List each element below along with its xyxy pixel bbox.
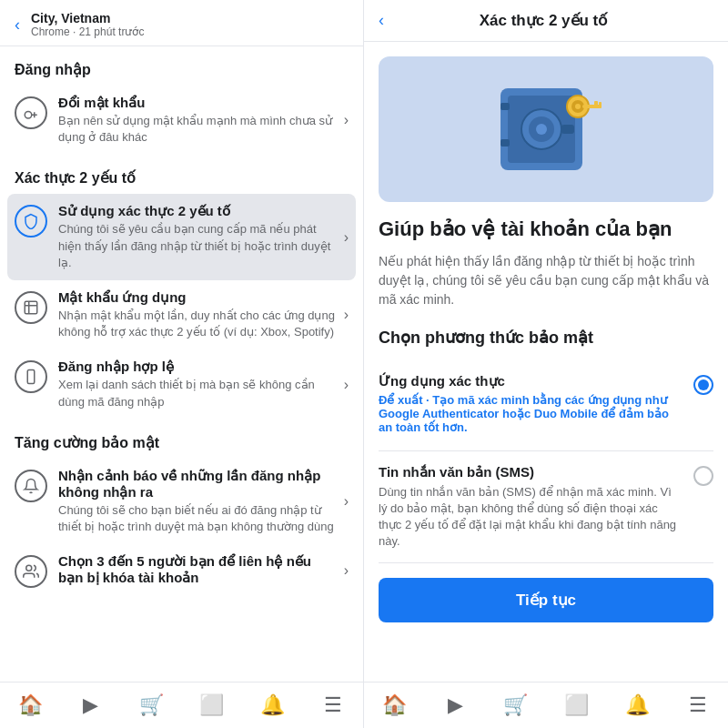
right-bottom-nav: 🏠 ▶ 🛒 ⬜ 🔔 ☰ [364, 682, 728, 728]
menu-item-alerts-desc: Chúng tôi sẽ cho bạn biết nếu ai đó đăng… [58, 502, 337, 535]
menu-item-app-password-title: Mật khẩu ứng dụng [58, 289, 337, 306]
menu-item-alerts[interactable]: Nhận cảnh báo về những lần đăng nhập khô… [0, 459, 363, 544]
nav-home[interactable]: 🏠 [0, 690, 61, 721]
left-header: ‹ City, Vietnam Chrome · 21 phút trước [0, 0, 363, 46]
menu-item-trusted-contacts[interactable]: Chọn 3 đến 5 người bạn để liên hệ nếu bạ… [0, 544, 363, 597]
safe-illustration-container [379, 56, 713, 202]
svg-rect-17 [599, 102, 602, 108]
chevron-right-trusted-icon: › [344, 562, 349, 579]
chevron-right-icon: › [344, 112, 349, 128]
svg-rect-11 [500, 139, 510, 147]
right-shop-icon: 🛒 [503, 693, 528, 717]
home-icon: 🏠 [18, 693, 43, 717]
right-nav-bell[interactable]: 🔔 [607, 690, 668, 721]
right-groups-icon: ⬜ [564, 693, 589, 717]
menu-item-app-password[interactable]: Mật khẩu ứng dụng Nhận mật khẩu một lần,… [0, 280, 363, 349]
option-sms-content: Tin nhắn văn bản (SMS) Dùng tin nhắn văn… [379, 464, 682, 551]
right-nav-play[interactable]: ▶ [425, 690, 486, 721]
right-back-button[interactable]: ‹ [379, 11, 384, 30]
svg-point-8 [536, 124, 547, 135]
header-location: City, Vietnam [31, 11, 144, 25]
authenticator-radio[interactable] [693, 375, 713, 395]
right-nav-shop[interactable]: 🛒 [485, 690, 546, 721]
menu-item-valid-login-desc: Xem lại danh sách thiết bị mà bạn sẽ khô… [58, 377, 337, 410]
menu-item-valid-login-title: Đăng nhập hợp lệ [58, 359, 337, 375]
menu-item-2fa[interactable]: Sử dụng xác thực 2 yếu tố Chúng tôi sẽ y… [7, 194, 356, 280]
menu-item-password[interactable]: Đổi mật khẩu Bạn nên sử dụng mật khẩu mạ… [0, 86, 363, 155]
left-back-button[interactable]: ‹ [15, 15, 20, 35]
section-2fa-title: Xác thực 2 yếu tố [0, 155, 363, 194]
left-content: Đăng nhập Đổi mật khẩu Bạn nên sử dụng m… [0, 46, 363, 682]
right-menu-icon: ☰ [689, 693, 707, 717]
svg-rect-10 [500, 103, 510, 110]
right-header: ‹ Xác thực 2 yếu tố [364, 0, 728, 42]
friends-icon [15, 555, 47, 588]
main-title: Giúp bảo vệ tài khoản của bạn [379, 217, 713, 243]
left-bottom-nav: 🏠 ▶ 🛒 ⬜ 🔔 ☰ [0, 682, 363, 728]
menu-item-valid-login[interactable]: Đăng nhập hợp lệ Xem lại danh sách thiết… [0, 349, 363, 419]
nav-shop[interactable]: 🛒 [121, 690, 182, 721]
shop-icon: 🛒 [139, 693, 164, 717]
menu-item-valid-login-content: Đăng nhập hợp lệ Xem lại danh sách thiết… [58, 359, 337, 410]
main-desc: Nếu phát hiện thấy lần đăng nhập từ thiế… [379, 252, 713, 309]
groups-icon: ⬜ [199, 693, 224, 717]
menu-item-password-content: Đổi mật khẩu Bạn nên sử dụng mật khẩu mạ… [58, 95, 337, 146]
menu-item-password-desc: Bạn nên sử dụng mật khẩu mạnh mà mình ch… [58, 113, 337, 146]
option-sms-title: Tin nhắn văn bản (SMS) [379, 464, 682, 480]
right-panel: ‹ Xác thực 2 yếu tố [364, 0, 728, 728]
option-authenticator-title: Ứng dụng xác thực [379, 373, 682, 389]
nav-play[interactable]: ▶ [61, 690, 122, 721]
svg-rect-1 [25, 301, 37, 314]
svg-point-0 [25, 112, 32, 119]
option-sms[interactable]: Tin nhắn văn bản (SMS) Dùng tin nhắn văn… [379, 451, 713, 564]
box-icon [15, 291, 47, 324]
menu-item-alerts-title: Nhận cảnh báo về những lần đăng nhập khô… [58, 468, 337, 500]
right-bell-icon: 🔔 [625, 693, 650, 717]
menu-item-trusted-contacts-title: Chọn 3 đến 5 người bạn để liên hệ nếu bạ… [58, 553, 337, 586]
header-info: City, Vietnam Chrome · 21 phút trước [31, 11, 144, 38]
menu-item-password-title: Đổi mật khẩu [58, 95, 337, 111]
menu-icon: ☰ [324, 693, 342, 717]
option-authenticator-content: Ứng dụng xác thực Để xuất · Tạo mã xác m… [379, 373, 682, 438]
nav-groups[interactable]: ⬜ [182, 690, 243, 721]
phone-icon [15, 360, 47, 393]
right-nav-menu[interactable]: ☰ [667, 690, 728, 721]
nav-menu[interactable]: ☰ [303, 690, 364, 721]
section-login-title: Đăng nhập [0, 46, 363, 86]
menu-item-trusted-contacts-content: Chọn 3 đến 5 người bạn để liên hệ nếu bạ… [58, 553, 337, 588]
left-panel: ‹ City, Vietnam Chrome · 21 phút trước Đ… [0, 0, 364, 728]
nav-bell[interactable]: 🔔 [242, 690, 303, 721]
right-content: Giúp bảo vệ tài khoản của bạn Nếu phát h… [364, 42, 728, 682]
section-security-title: Tăng cường bảo mật [0, 420, 363, 459]
bell-icon [15, 470, 47, 502]
chevron-right-2fa-icon: › [344, 229, 349, 246]
option-sms-desc: Dùng tin nhắn văn bản (SMS) để nhận mã x… [379, 484, 682, 551]
menu-item-app-password-content: Mật khẩu ứng dụng Nhận mật khẩu một lần,… [58, 289, 337, 340]
security-method-heading: Chọn phương thức bảo mật [379, 328, 713, 348]
svg-point-14 [575, 104, 581, 109]
menu-item-2fa-desc: Chúng tôi sẽ yêu cầu bạn cung cấp mã nếu… [58, 221, 337, 271]
shield-icon [15, 205, 47, 238]
menu-item-2fa-title: Sử dụng xác thực 2 yếu tố [58, 203, 337, 219]
option-authenticator[interactable]: Ứng dụng xác thực Để xuất · Tạo mã xác m… [379, 360, 713, 451]
safe-svg [473, 70, 619, 188]
option-authenticator-badge: Để xuất · Tạo mã xác minh bằng các ứng d… [379, 393, 682, 434]
menu-item-alerts-content: Nhận cảnh báo về những lần đăng nhập khô… [58, 468, 337, 535]
right-nav-home[interactable]: 🏠 [364, 690, 425, 721]
svg-rect-16 [594, 101, 598, 108]
right-nav-groups[interactable]: ⬜ [546, 690, 607, 721]
play-icon: ▶ [83, 693, 98, 717]
svg-rect-9 [561, 125, 574, 134]
key-icon [15, 96, 47, 129]
continue-button[interactable]: Tiếp tục [379, 578, 713, 622]
chevron-right-login-icon: › [344, 377, 349, 393]
right-play-icon: ▶ [448, 693, 463, 717]
menu-item-app-password-desc: Nhận mật khẩu một lần, duy nhất cho các … [58, 308, 337, 340]
sms-radio[interactable] [693, 466, 713, 486]
right-header-title: Xác thực 2 yếu tố [395, 11, 692, 30]
bell-nav-icon: 🔔 [260, 693, 285, 717]
menu-item-2fa-content: Sử dụng xác thực 2 yếu tố Chúng tôi sẽ y… [58, 203, 337, 271]
right-home-icon: 🏠 [382, 693, 407, 717]
header-sub: Chrome · 21 phút trước [31, 25, 144, 38]
chevron-right-app-icon: › [344, 307, 349, 323]
